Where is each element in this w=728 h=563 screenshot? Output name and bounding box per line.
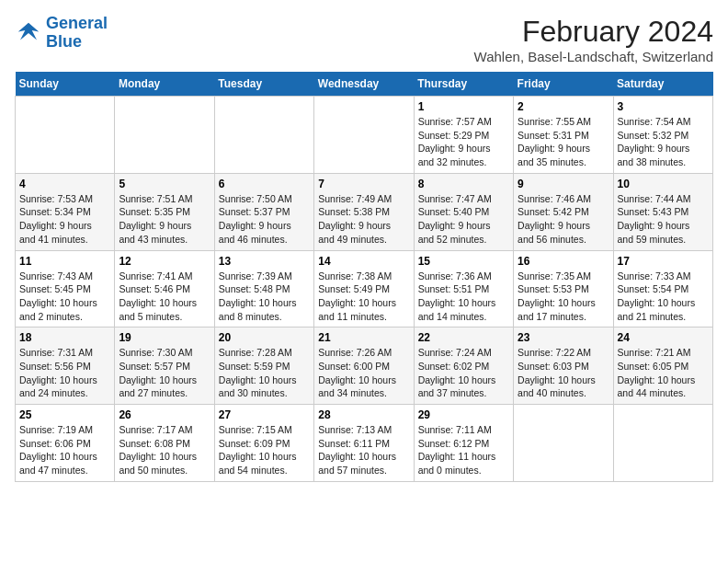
- day-number: 22: [418, 331, 509, 344]
- day-info: Sunrise: 7:47 AM Sunset: 5:40 PM Dayligh…: [418, 192, 509, 247]
- day-number: 1: [418, 100, 509, 113]
- calendar-cell: 24Sunrise: 7:21 AM Sunset: 6:05 PM Dayli…: [613, 327, 712, 405]
- day-info: Sunrise: 7:15 AM Sunset: 6:09 PM Dayligh…: [219, 423, 310, 477]
- day-number: 19: [119, 331, 210, 344]
- logo-text: General Blue: [46, 15, 108, 52]
- day-info: Sunrise: 7:38 AM Sunset: 5:49 PM Dayligh…: [318, 270, 409, 324]
- day-info: Sunrise: 7:31 AM Sunset: 5:56 PM Dayligh…: [19, 346, 110, 400]
- day-number: 7: [318, 178, 409, 190]
- calendar-cell: 13Sunrise: 7:39 AM Sunset: 5:48 PM Dayli…: [214, 250, 313, 327]
- calendar-title: February 2024: [474, 15, 713, 49]
- day-number: 21: [318, 331, 409, 344]
- weekday-header-sunday: Sunday: [16, 72, 115, 97]
- day-number: 25: [19, 408, 110, 421]
- day-info: Sunrise: 7:43 AM Sunset: 5:45 PM Dayligh…: [19, 270, 110, 324]
- calendar-week-4: 18Sunrise: 7:31 AM Sunset: 5:56 PM Dayli…: [16, 327, 713, 405]
- day-info: Sunrise: 7:17 AM Sunset: 6:08 PM Dayligh…: [119, 423, 210, 477]
- weekday-header-thursday: Thursday: [414, 72, 513, 97]
- svg-marker-0: [18, 23, 40, 40]
- calendar-cell: 8Sunrise: 7:47 AM Sunset: 5:40 PM Daylig…: [414, 173, 513, 250]
- day-info: Sunrise: 7:54 AM Sunset: 5:32 PM Dayligh…: [618, 115, 709, 169]
- logo-icon: [15, 19, 42, 47]
- day-info: Sunrise: 7:55 AM Sunset: 5:31 PM Dayligh…: [518, 115, 609, 169]
- calendar-cell: 21Sunrise: 7:26 AM Sunset: 6:00 PM Dayli…: [314, 327, 414, 405]
- calendar-table: SundayMondayTuesdayWednesdayThursdayFrid…: [15, 72, 713, 482]
- day-info: Sunrise: 7:11 AM Sunset: 6:12 PM Dayligh…: [418, 423, 509, 477]
- weekday-header-saturday: Saturday: [613, 72, 712, 97]
- calendar-cell: [613, 405, 712, 482]
- day-info: Sunrise: 7:35 AM Sunset: 5:53 PM Dayligh…: [518, 270, 609, 324]
- day-info: Sunrise: 7:51 AM Sunset: 5:35 PM Dayligh…: [119, 192, 210, 247]
- calendar-cell: 14Sunrise: 7:38 AM Sunset: 5:49 PM Dayli…: [314, 250, 414, 327]
- day-info: Sunrise: 7:39 AM Sunset: 5:48 PM Dayligh…: [219, 270, 310, 324]
- day-info: Sunrise: 7:22 AM Sunset: 6:03 PM Dayligh…: [518, 346, 609, 400]
- day-number: 4: [19, 178, 110, 190]
- day-info: Sunrise: 7:24 AM Sunset: 6:02 PM Dayligh…: [418, 346, 509, 400]
- day-info: Sunrise: 7:33 AM Sunset: 5:54 PM Dayligh…: [618, 270, 709, 324]
- calendar-cell: [214, 97, 313, 174]
- calendar-cell: 17Sunrise: 7:33 AM Sunset: 5:54 PM Dayli…: [613, 250, 712, 327]
- calendar-cell: 7Sunrise: 7:49 AM Sunset: 5:38 PM Daylig…: [314, 173, 414, 250]
- day-info: Sunrise: 7:44 AM Sunset: 5:43 PM Dayligh…: [618, 192, 709, 247]
- calendar-cell: 19Sunrise: 7:30 AM Sunset: 5:57 PM Dayli…: [115, 327, 214, 405]
- day-info: Sunrise: 7:36 AM Sunset: 5:51 PM Dayligh…: [418, 270, 509, 324]
- day-number: 18: [19, 331, 110, 344]
- day-number: 3: [618, 100, 709, 113]
- calendar-week-3: 11Sunrise: 7:43 AM Sunset: 5:45 PM Dayli…: [16, 250, 713, 327]
- logo: General Blue: [15, 15, 108, 52]
- day-info: Sunrise: 7:41 AM Sunset: 5:46 PM Dayligh…: [119, 270, 210, 324]
- page-header: General Blue February 2024 Wahlen, Basel…: [15, 15, 713, 64]
- day-info: Sunrise: 7:30 AM Sunset: 5:57 PM Dayligh…: [119, 346, 210, 400]
- calendar-cell: 25Sunrise: 7:19 AM Sunset: 6:06 PM Dayli…: [16, 405, 115, 482]
- weekday-header-friday: Friday: [514, 72, 613, 97]
- day-info: Sunrise: 7:26 AM Sunset: 6:00 PM Dayligh…: [318, 346, 409, 400]
- calendar-cell: 26Sunrise: 7:17 AM Sunset: 6:08 PM Dayli…: [115, 405, 214, 482]
- day-info: Sunrise: 7:50 AM Sunset: 5:37 PM Dayligh…: [219, 192, 310, 247]
- calendar-cell: 16Sunrise: 7:35 AM Sunset: 5:53 PM Dayli…: [514, 250, 613, 327]
- calendar-cell: 22Sunrise: 7:24 AM Sunset: 6:02 PM Dayli…: [414, 327, 513, 405]
- calendar-cell: 1Sunrise: 7:57 AM Sunset: 5:29 PM Daylig…: [414, 97, 513, 174]
- calendar-cell: 23Sunrise: 7:22 AM Sunset: 6:03 PM Dayli…: [514, 327, 613, 405]
- day-number: 27: [219, 408, 310, 421]
- calendar-cell: 3Sunrise: 7:54 AM Sunset: 5:32 PM Daylig…: [613, 97, 712, 174]
- calendar-cell: 29Sunrise: 7:11 AM Sunset: 6:12 PM Dayli…: [414, 405, 513, 482]
- calendar-cell: 6Sunrise: 7:50 AM Sunset: 5:37 PM Daylig…: [214, 173, 313, 250]
- day-number: 11: [19, 255, 110, 268]
- day-number: 28: [318, 408, 409, 421]
- calendar-cell: [514, 405, 613, 482]
- day-number: 15: [418, 255, 509, 268]
- day-number: 6: [219, 178, 310, 190]
- day-number: 8: [418, 178, 509, 190]
- calendar-week-1: 1Sunrise: 7:57 AM Sunset: 5:29 PM Daylig…: [16, 97, 713, 174]
- day-number: 5: [119, 178, 210, 190]
- calendar-cell: 2Sunrise: 7:55 AM Sunset: 5:31 PM Daylig…: [514, 97, 613, 174]
- day-info: Sunrise: 7:21 AM Sunset: 6:05 PM Dayligh…: [618, 346, 709, 400]
- weekday-header-row: SundayMondayTuesdayWednesdayThursdayFrid…: [16, 72, 713, 97]
- day-info: Sunrise: 7:28 AM Sunset: 5:59 PM Dayligh…: [219, 346, 310, 400]
- calendar-cell: 18Sunrise: 7:31 AM Sunset: 5:56 PM Dayli…: [16, 327, 115, 405]
- day-info: Sunrise: 7:53 AM Sunset: 5:34 PM Dayligh…: [19, 192, 110, 247]
- calendar-cell: 5Sunrise: 7:51 AM Sunset: 5:35 PM Daylig…: [115, 173, 214, 250]
- day-number: 10: [618, 178, 709, 190]
- day-number: 9: [518, 178, 609, 190]
- day-number: 13: [219, 255, 310, 268]
- calendar-cell: 15Sunrise: 7:36 AM Sunset: 5:51 PM Dayli…: [414, 250, 513, 327]
- title-block: February 2024 Wahlen, Basel-Landschaft, …: [474, 15, 713, 64]
- day-number: 24: [618, 331, 709, 344]
- day-info: Sunrise: 7:46 AM Sunset: 5:42 PM Dayligh…: [518, 192, 609, 247]
- day-number: 2: [518, 100, 609, 113]
- day-number: 17: [618, 255, 709, 268]
- day-info: Sunrise: 7:49 AM Sunset: 5:38 PM Dayligh…: [318, 192, 409, 247]
- calendar-cell: 11Sunrise: 7:43 AM Sunset: 5:45 PM Dayli…: [16, 250, 115, 327]
- calendar-cell: 9Sunrise: 7:46 AM Sunset: 5:42 PM Daylig…: [514, 173, 613, 250]
- calendar-cell: 10Sunrise: 7:44 AM Sunset: 5:43 PM Dayli…: [613, 173, 712, 250]
- calendar-subtitle: Wahlen, Basel-Landschaft, Switzerland: [474, 49, 713, 64]
- day-number: 12: [119, 255, 210, 268]
- calendar-cell: 27Sunrise: 7:15 AM Sunset: 6:09 PM Dayli…: [214, 405, 313, 482]
- day-number: 20: [219, 331, 310, 344]
- weekday-header-monday: Monday: [115, 72, 214, 97]
- day-info: Sunrise: 7:57 AM Sunset: 5:29 PM Dayligh…: [418, 115, 509, 169]
- calendar-cell: [314, 97, 414, 174]
- calendar-cell: [115, 97, 214, 174]
- calendar-cell: 28Sunrise: 7:13 AM Sunset: 6:11 PM Dayli…: [314, 405, 414, 482]
